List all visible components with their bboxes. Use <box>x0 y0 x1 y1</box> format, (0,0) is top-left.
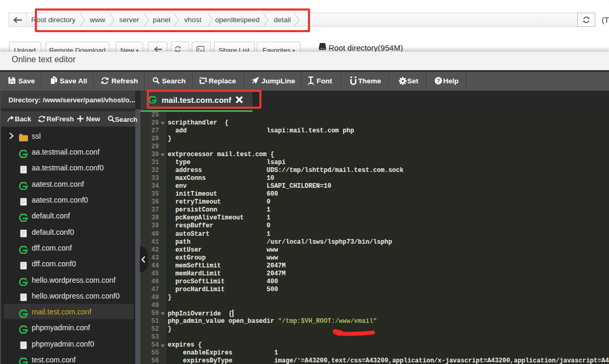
svg-text:?: ? <box>437 78 440 84</box>
